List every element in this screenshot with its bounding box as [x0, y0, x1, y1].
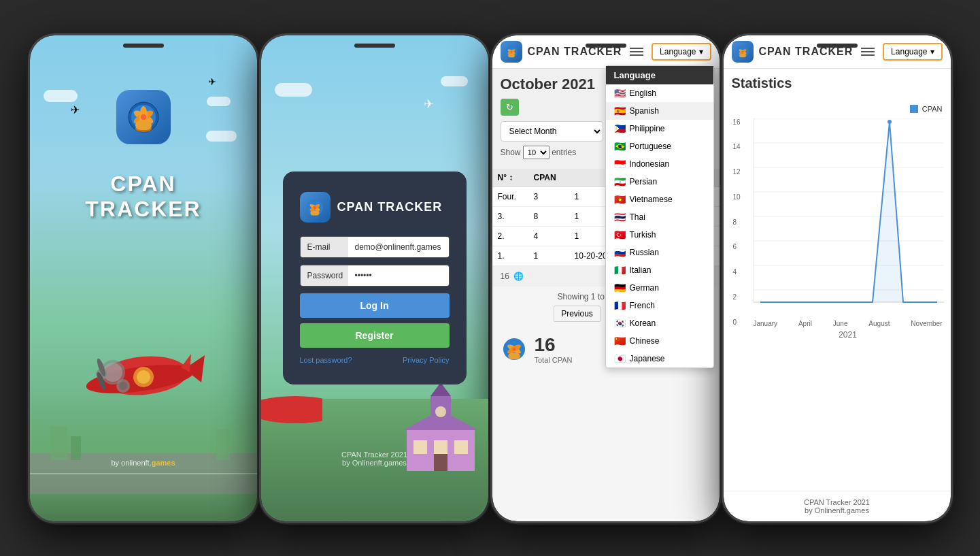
lang-russian[interactable]: 🇷🇺 Russian: [606, 244, 713, 261]
lang-thai[interactable]: 🇹🇭 Thai: [606, 208, 713, 226]
legend-dot: [910, 105, 918, 113]
lang-turkish[interactable]: 🇹🇷 Turkish: [606, 226, 713, 244]
dropdown-header: Language: [606, 66, 713, 84]
header-left: CPAN TRACKER: [501, 41, 622, 63]
ham-line-5: [861, 51, 875, 52]
svg-point-5: [141, 114, 146, 120]
flag-italian: 🇮🇹: [614, 265, 626, 276]
flag-english: 🇺🇸: [614, 88, 626, 99]
lang-chinese[interactable]: 🇨🇳 Chinese: [606, 332, 713, 350]
tracker-app-title: CPAN TRACKER: [528, 46, 622, 58]
lang-korean[interactable]: 🇰🇷 Korean: [606, 314, 713, 332]
lang-german-label: German: [630, 283, 659, 293]
svg-rect-45: [508, 353, 520, 359]
plane-wing: [261, 389, 322, 433]
lang-english-label: English: [630, 88, 656, 98]
lang-indonesian[interactable]: 🇮🇩 Indonesian: [606, 155, 713, 173]
stats-language-button[interactable]: Language ▾: [883, 43, 942, 61]
flag-korean: 🇰🇷: [614, 318, 626, 329]
language-button[interactable]: Language ▾: [652, 43, 711, 61]
email-input[interactable]: [348, 237, 450, 257]
lang-german[interactable]: 🇩🇪 German: [606, 279, 713, 297]
stats-app-title: CPAN TRACKER: [759, 46, 854, 58]
phone-splash: ✈ ✈: [28, 33, 259, 523]
lang-persian-label: Persian: [630, 177, 658, 186]
lang-philippine-label: Philippine: [630, 124, 665, 133]
month-select[interactable]: Select Month: [501, 121, 603, 142]
lang-vietnamese[interactable]: 🇻🇳 Vietnamese: [606, 191, 713, 208]
lang-japanese[interactable]: 🇯🇵 Japanese: [606, 350, 713, 367]
stats-lang-label: Language: [891, 47, 927, 56]
x-axis: January April June August November: [754, 320, 943, 327]
row-n: 1.: [492, 246, 528, 265]
lang-persian[interactable]: 🇮🇷 Persian: [606, 173, 713, 191]
building-2: [71, 436, 81, 460]
ham-line-1: [630, 48, 643, 49]
y-8: 8: [733, 218, 741, 226]
cloud-1: [44, 90, 78, 102]
chart-area: CPAN 16 14 12 10 8 6 4 2 0: [724, 98, 951, 491]
y-12: 12: [733, 168, 741, 176]
chart-year: 2021: [754, 330, 943, 340]
stats-footer-line2: by Onlinenft.games: [732, 506, 943, 514]
password-input-group[interactable]: Password: [300, 265, 450, 287]
chart-wrapper: 16 14 12 10 8 6 4 2 0: [754, 118, 943, 340]
lang-portuguese[interactable]: 🇧🇷 Portuguese: [606, 137, 713, 155]
email-input-group[interactable]: E-mail: [300, 236, 450, 258]
cloud-login-2: [441, 76, 468, 86]
svg-rect-7: [135, 120, 152, 130]
login-links: Lost password? Privacy Policy: [300, 356, 450, 364]
ham-line-4: [861, 48, 875, 49]
lang-french[interactable]: 🇫🇷 French: [606, 297, 713, 314]
splash-title: CPAN TRACKER: [85, 171, 201, 222]
small-plane-2: ✈: [208, 76, 216, 87]
login-button[interactable]: Log In: [300, 293, 450, 318]
phones-container: ✈ ✈: [0, 0, 980, 556]
lang-philippine[interactable]: 🇵🇭 Philippine: [606, 120, 713, 137]
stats-footer-line1: CPAN Tracker 2021: [732, 498, 943, 506]
password-input[interactable]: [348, 265, 450, 286]
privacy-policy-link[interactable]: Privacy Policy: [403, 356, 449, 364]
splash-screen: ✈ ✈: [30, 35, 257, 521]
x-jun: June: [833, 320, 848, 327]
hamburger-button[interactable]: [627, 43, 646, 61]
flag-russian: 🇷🇺: [614, 247, 626, 258]
y-2: 2: [733, 293, 741, 301]
sky-plane: ✈: [424, 97, 434, 112]
login-footer: CPAN Tracker 2021 by Onlinenft.games: [341, 451, 407, 467]
row-cpan: 4: [528, 226, 569, 246]
flag-portuguese: 🇧🇷: [614, 141, 626, 152]
header-right: Language ▾: [627, 43, 711, 61]
flag-vietnamese: 🇻🇳: [614, 194, 626, 205]
lang-english[interactable]: 🇺🇸 English: [606, 84, 713, 102]
col-cpan: CPAN: [528, 169, 569, 187]
row-cpan: 3: [528, 186, 569, 206]
stats-hamburger[interactable]: [858, 43, 877, 61]
refresh-button[interactable]: ↻: [501, 99, 519, 116]
lang-thai-label: Thai: [630, 212, 645, 222]
cloud-login-1: [275, 83, 312, 97]
login-card: CPAN TRACKER E-mail Password Log In Regi…: [283, 171, 467, 385]
login-app-title: CPAN TRACKER: [337, 200, 443, 214]
chart-svg: [754, 118, 944, 316]
svg-rect-40: [508, 54, 515, 57]
lang-spanish[interactable]: 🇪🇸 Spanish: [606, 102, 713, 120]
stats-header-right: Language ▾: [858, 43, 942, 61]
col-n: N° ↕: [492, 169, 528, 187]
register-button[interactable]: Register: [300, 323, 450, 348]
lost-password-link[interactable]: Lost password?: [300, 356, 352, 364]
stats-footer: CPAN Tracker 2021 by Onlinenft.games: [724, 491, 951, 521]
phone-statistics: CPAN TRACKER Language ▾ Statistics: [722, 33, 953, 523]
stats-logo: [732, 41, 754, 63]
svg-point-62: [888, 120, 892, 124]
svg-point-20: [137, 370, 150, 384]
building-1: [50, 426, 67, 460]
lang-chinese-label: Chinese: [630, 336, 660, 346]
total-globe-icon: 🌐: [513, 272, 524, 281]
y-16: 16: [733, 118, 741, 126]
lang-italian[interactable]: 🇮🇹 Italian: [606, 261, 713, 279]
cloud-3: [206, 131, 237, 142]
entries-count-select[interactable]: 10: [523, 146, 550, 159]
prev-page-button[interactable]: Previous: [554, 306, 601, 322]
footer-line1: CPAN Tracker 2021: [341, 451, 407, 459]
